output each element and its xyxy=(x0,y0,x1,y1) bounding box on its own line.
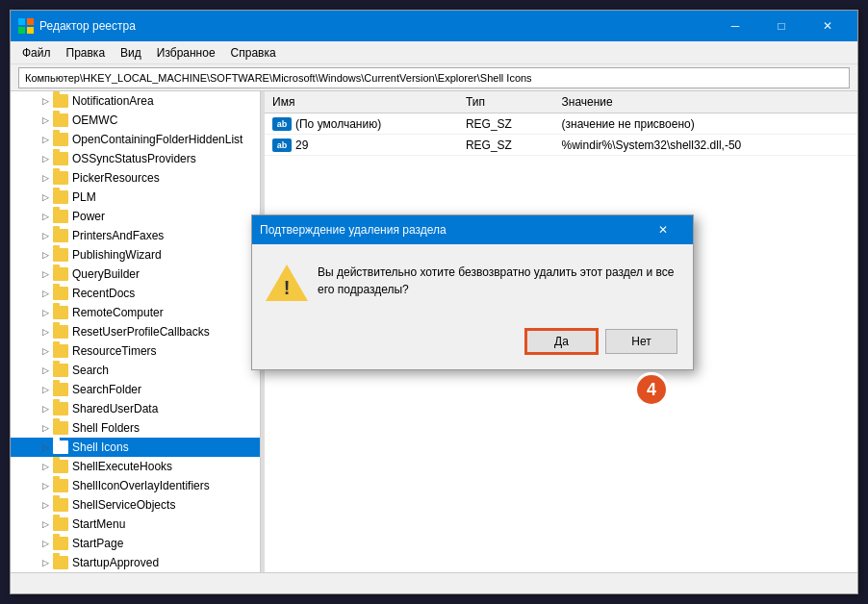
tree-expand-icon: ▷ xyxy=(38,132,53,147)
tree-expand-icon: ▷ xyxy=(38,93,53,109)
tree-expand-icon: ▷ xyxy=(38,343,53,359)
folder-icon xyxy=(53,210,68,223)
tree-item[interactable]: ▷ RecentDocs xyxy=(11,284,260,303)
tree-expand-icon: ▷ xyxy=(38,440,53,455)
tree-item-label: QueryBuilder xyxy=(72,267,140,281)
folder-icon xyxy=(53,364,68,377)
folder-icon xyxy=(53,325,68,339)
yes-button[interactable]: Да xyxy=(525,329,598,354)
folder-icon xyxy=(53,171,68,185)
tree-expand-icon: ▷ xyxy=(38,151,53,166)
tree-expand-icon: ▷ xyxy=(38,497,53,513)
address-bar xyxy=(11,64,857,91)
dialog-message: Вы действительно хотите безвозвратно уда… xyxy=(318,264,677,298)
folder-icon xyxy=(53,229,68,242)
tree-item[interactable]: ▷ QueryBuilder xyxy=(11,264,260,284)
tree-expand-icon: ▷ xyxy=(38,555,53,570)
tree-expand-icon: ▷ xyxy=(38,516,53,532)
menu-edit[interactable]: Правка xyxy=(59,44,114,62)
tree-item[interactable]: ▷ ResetUserProfileCallbacks xyxy=(11,322,260,341)
folder-icon xyxy=(53,498,68,512)
tree-expand-icon: ▷ xyxy=(38,324,53,340)
svg-rect-3 xyxy=(27,27,34,34)
tree-expand-icon: ▷ xyxy=(38,228,53,243)
menu-favorites[interactable]: Избранное xyxy=(149,44,223,62)
tree-item[interactable]: ▷ Shell Icons xyxy=(11,438,260,457)
window-icon xyxy=(18,18,34,34)
folder-icon xyxy=(53,306,68,319)
maximize-button[interactable]: □ xyxy=(759,11,804,41)
reg-type-icon: ab xyxy=(272,138,292,152)
folder-icon xyxy=(53,287,68,300)
table-row[interactable]: ab (По умолчанию) REG_SZ (значение не пр… xyxy=(265,113,857,135)
svg-rect-0 xyxy=(18,18,25,25)
tree-item[interactable]: ▷ PickerResources xyxy=(11,168,260,188)
tree-item-label: ShellIconOverlayIdentifiers xyxy=(72,479,210,492)
tree-item-label: OpenContainingFolderHiddenList xyxy=(72,133,243,146)
tree-item[interactable]: ▷ OpenContainingFolderHiddenList xyxy=(11,130,260,149)
tree-expand-icon: ▷ xyxy=(38,209,53,224)
tree-item[interactable]: ▷ SearchFolder xyxy=(11,380,260,399)
tree-item-label: PrintersAndFaxes xyxy=(72,229,164,242)
menu-file[interactable]: Файл xyxy=(14,44,59,62)
reg-name-cell: ab 29 xyxy=(265,135,458,156)
tree-expand-icon: ▷ xyxy=(38,170,53,186)
tree-item[interactable]: ▷ PrintersAndFaxes xyxy=(11,226,260,245)
tree-item-label: RemoteComputer xyxy=(72,306,164,319)
folder-icon xyxy=(53,383,68,396)
tree-item[interactable]: ▷ ShellExecuteHooks xyxy=(11,457,260,476)
table-row[interactable]: ab 29 REG_SZ %windir%\System32\shell32.d… xyxy=(265,135,857,156)
tree-panel: ▷ NotificationArea ▷ OEMWC ▷ OpenContain… xyxy=(11,91,261,572)
tree-item[interactable]: ▷ StartPage xyxy=(11,534,260,553)
tree-item[interactable]: ▷ NotificationArea xyxy=(11,91,260,111)
tree-item[interactable]: ▷ Shell Folders xyxy=(11,418,260,438)
tree-expand-icon: ▷ xyxy=(38,363,53,378)
tree-expand-icon: ▷ xyxy=(38,382,53,397)
tree-item[interactable]: ▷ SharedUserData xyxy=(11,399,260,418)
tree-expand-icon: ▷ xyxy=(38,420,53,436)
folder-icon xyxy=(53,440,68,454)
tree-item[interactable]: ▷ Power xyxy=(11,207,260,226)
menu-help[interactable]: Справка xyxy=(223,44,284,62)
address-input[interactable] xyxy=(18,67,850,88)
no-button[interactable]: Нет xyxy=(605,329,677,354)
dialog-wrapper: Подтверждение удаления раздела ✕ ! Вы де… xyxy=(213,234,655,390)
tree-item-label: ResetUserProfileCallbacks xyxy=(72,325,210,339)
folder-icon xyxy=(53,402,68,415)
tree-item-label: StartPage xyxy=(72,537,123,550)
reg-type-icon: ab xyxy=(272,117,292,131)
tree-item[interactable]: ▷ StartupApproved xyxy=(11,553,260,572)
minimize-button[interactable]: ─ xyxy=(713,11,757,41)
tree-item-label: Shell Icons xyxy=(72,440,129,454)
tree-item[interactable]: ▷ ShellServiceObjects xyxy=(11,495,260,515)
tree-expand-icon: ▷ xyxy=(38,459,53,474)
tree-item-label: Power xyxy=(72,210,105,223)
tree-item[interactable]: ▷ PublishingWizard xyxy=(11,245,260,264)
tree-item-label: OEMWC xyxy=(72,113,117,127)
tree-item[interactable]: ▷ OSSyncStatusProviders xyxy=(11,149,260,168)
tree-item[interactable]: ▷ OEMWC xyxy=(11,111,260,130)
folder-icon xyxy=(53,344,68,358)
reg-type-cell: REG_SZ xyxy=(458,135,554,156)
reg-value-cell: %windir%\System32\shell32.dll,-50 xyxy=(554,135,857,156)
folder-icon xyxy=(53,190,68,204)
dialog-title: Подтверждение удаления раздела xyxy=(260,223,641,237)
dialog-close-button[interactable]: ✕ xyxy=(641,214,685,245)
folder-icon xyxy=(53,133,68,146)
col-type: Тип xyxy=(458,91,554,113)
folder-icon xyxy=(53,94,68,108)
close-button[interactable]: ✕ xyxy=(805,11,850,41)
tree-item[interactable]: ▷ ShellIconOverlayIdentifiers xyxy=(11,476,260,495)
reg-name-cell: ab (По умолчанию) xyxy=(265,113,458,135)
tree-item[interactable]: ▷ ResourceTimers xyxy=(11,341,260,361)
tree-item-label: OSSyncStatusProviders xyxy=(72,152,196,165)
folder-icon xyxy=(53,517,68,531)
tree-item[interactable]: ▷ PLM xyxy=(11,188,260,207)
tree-item[interactable]: ▷ Search xyxy=(11,361,260,380)
folder-icon xyxy=(53,152,68,165)
menu-view[interactable]: Вид xyxy=(113,44,149,62)
tree-item[interactable]: ▷ RemoteComputer xyxy=(11,303,260,322)
tree-item[interactable]: ▷ StartMenu xyxy=(11,515,260,534)
tree-item-label: ShellServiceObjects xyxy=(72,498,175,512)
svg-rect-1 xyxy=(27,18,34,25)
